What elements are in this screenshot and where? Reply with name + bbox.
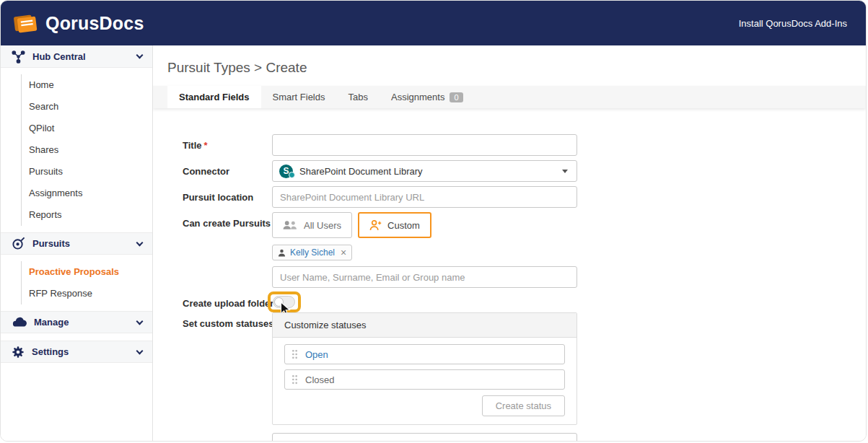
chevron-down-icon xyxy=(562,170,568,173)
sidebar-section-hub-central: Hub Central Home Search QPilot Shares Pu… xyxy=(1,45,152,232)
chevron-down-icon xyxy=(136,347,144,354)
tab-smart-fields[interactable]: Smart Fields xyxy=(261,86,337,108)
selected-user-name: Kelly Sichel xyxy=(290,247,335,258)
sidebar-header-pursuits[interactable]: Pursuits xyxy=(1,232,152,255)
users-icon xyxy=(283,220,298,230)
qorusdocs-logo-icon xyxy=(12,12,39,35)
chevron-down-icon xyxy=(136,317,144,325)
sidebar-section-manage: Manage xyxy=(1,311,152,333)
connector-select[interactable]: S SharePoint Document Library xyxy=(272,160,577,182)
sidebar-section-pursuits: Pursuits Proactive Proposals RFP Respons… xyxy=(1,232,152,311)
tab-assignments[interactable]: Assignments 0 xyxy=(380,86,475,108)
create-upload-folder-label: Create upload folder xyxy=(183,292,272,311)
can-create-pursuits-label: Can create Pursuits* xyxy=(183,212,272,238)
customize-statuses-title: Customize statuses xyxy=(273,313,577,338)
sidebar-item-reports[interactable]: Reports xyxy=(22,204,152,226)
sidebar-header-manage[interactable]: Manage xyxy=(1,311,152,333)
connector-label: Connector xyxy=(183,160,272,182)
pursuit-location-input[interactable] xyxy=(272,186,577,208)
user-custom-icon xyxy=(369,219,382,231)
sidebar: Hub Central Home Search QPilot Shares Pu… xyxy=(1,45,153,442)
sidebar-header-settings[interactable]: Settings xyxy=(1,341,152,363)
drag-handle-icon[interactable] xyxy=(291,374,298,385)
brand[interactable]: QorusDocs xyxy=(12,12,144,35)
install-addins-link[interactable]: Install QorusDocs Add-Ins xyxy=(739,18,847,29)
main-content: Pursuit Types > Create Standard Fields S… xyxy=(153,45,866,442)
remove-user-icon[interactable]: × xyxy=(341,247,346,258)
sidebar-item-shares[interactable]: Shares xyxy=(22,139,152,161)
custom-button[interactable]: Custom xyxy=(358,212,431,238)
sidebar-item-rfp-response[interactable]: RFP Response xyxy=(22,283,152,304)
connector-value: SharePoint Document Library xyxy=(299,166,423,177)
pursuit-type-form: Title* Connector S SharePoint Document L xyxy=(153,108,866,442)
selected-user-chip[interactable]: Kelly Sichel × xyxy=(272,245,352,260)
tab-tabs[interactable]: Tabs xyxy=(337,86,380,108)
outcome-based-label: Outcome based xyxy=(183,433,272,442)
tab-label: Tabs xyxy=(348,92,368,102)
status-row-open[interactable]: Open xyxy=(284,344,565,364)
toggle-area xyxy=(272,292,323,311)
chevron-down-icon xyxy=(136,239,144,246)
user-icon xyxy=(278,249,286,257)
sidebar-divider xyxy=(1,333,152,341)
outcome-based-select[interactable]: Yes xyxy=(272,433,577,442)
sidebar-header-label: Pursuits xyxy=(32,238,130,249)
title-label: Title* xyxy=(183,134,272,156)
sidebar-item-search[interactable]: Search xyxy=(22,96,152,118)
hub-icon xyxy=(12,50,25,63)
sidebar-item-qpilot[interactable]: QPilot xyxy=(22,118,152,139)
tab-standard-fields[interactable]: Standard Fields xyxy=(167,86,261,108)
sidebar-header-hub-central[interactable]: Hub Central xyxy=(1,45,152,68)
tab-label: Smart Fields xyxy=(273,92,325,102)
target-icon xyxy=(12,237,25,250)
sidebar-header-label: Settings xyxy=(32,346,130,357)
all-users-label: All Users xyxy=(304,220,341,231)
chevron-down-icon xyxy=(136,52,144,59)
required-marker: * xyxy=(204,140,208,151)
sidebar-item-pursuits[interactable]: Pursuits xyxy=(22,161,152,183)
sidebar-header-label: Manage xyxy=(34,317,130,328)
tab-label: Assignments xyxy=(391,92,444,102)
title-input[interactable] xyxy=(272,134,577,156)
sharepoint-icon: S xyxy=(279,165,293,178)
sidebar-item-assignments[interactable]: Assignments xyxy=(22,183,152,204)
topbar: QorusDocs Install QorusDocs Add-Ins xyxy=(1,1,866,45)
sidebar-item-proactive-proposals[interactable]: Proactive Proposals xyxy=(22,261,152,283)
breadcrumb: Pursuit Types > Create xyxy=(153,45,866,86)
gear-icon xyxy=(12,346,25,359)
outcome-value: Yes xyxy=(279,439,294,442)
sidebar-header-label: Hub Central xyxy=(32,51,130,62)
create-status-button[interactable]: Create status xyxy=(482,395,565,416)
app-window: QorusDocs Install QorusDocs Add-Ins Hub … xyxy=(0,0,867,442)
set-custom-statuses-label: Set custom statuses xyxy=(183,312,272,425)
sidebar-section-settings: Settings xyxy=(1,341,152,363)
drag-handle-icon[interactable] xyxy=(291,349,298,359)
user-search-input[interactable] xyxy=(272,266,577,288)
custom-label: Custom xyxy=(387,220,420,231)
status-label: Closed xyxy=(305,374,334,385)
custom-statuses-panel: Customize statuses xyxy=(272,312,577,425)
sidebar-item-home[interactable]: Home xyxy=(22,74,152,96)
status-row-closed[interactable]: Closed xyxy=(284,369,565,390)
tabstrip: Standard Fields Smart Fields Tabs Assign… xyxy=(153,86,866,108)
brand-name: QorusDocs xyxy=(45,13,144,34)
cloud-icon xyxy=(12,317,27,328)
assignments-count-badge: 0 xyxy=(450,92,463,102)
all-users-button[interactable]: All Users xyxy=(272,212,352,238)
pursuit-location-label: Pursuit location xyxy=(183,186,272,208)
status-label: Open xyxy=(305,349,328,360)
tab-label: Standard Fields xyxy=(179,92,250,102)
